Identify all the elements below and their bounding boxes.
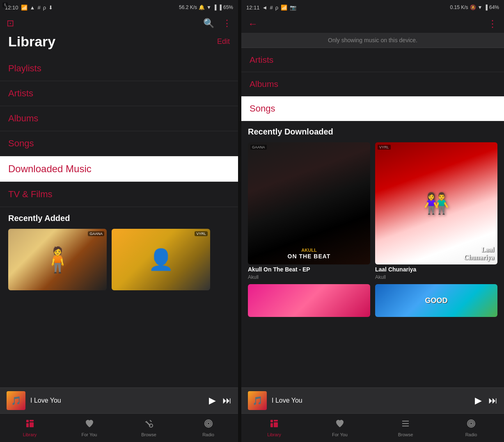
- album-card-2[interactable]: VYRL 👫 LaalChunariya Laal Chunariya Akul…: [375, 142, 497, 280]
- right-battery-label: 64%: [489, 5, 499, 10]
- album-script-title: LaalChunariya: [464, 246, 494, 261]
- nav-item-radio[interactable]: Radio: [179, 414, 238, 442]
- right-sim-icon: 📶: [281, 5, 287, 11]
- wifi-icon: ▼: [206, 5, 211, 10]
- right-skip-button[interactable]: ⏭: [488, 395, 497, 406]
- right-mini-player[interactable]: 🎵 I Love You ▶ ⏭: [241, 387, 504, 413]
- album-card-1[interactable]: GAANA AKULL ON THE BEAT Akull On The Bea…: [248, 142, 370, 280]
- svg-rect-3: [30, 422, 34, 427]
- signal-icon: ▐: [213, 5, 217, 10]
- menu-item-albums[interactable]: Albums: [0, 106, 238, 131]
- nav-item-browse[interactable]: Browse: [119, 414, 179, 442]
- album-art-title: ON THE BEAT: [288, 253, 331, 260]
- right-nav-icon: ◄: [262, 5, 268, 11]
- menu-item-playlists[interactable]: Playlists: [0, 56, 238, 81]
- right-nav-for-you[interactable]: For You: [307, 414, 373, 442]
- menu-item-artists[interactable]: Artists: [0, 81, 238, 106]
- left-bottom-nav: Library For You Browse Radio: [0, 413, 238, 442]
- recently-added-title: Recently Added: [8, 214, 230, 223]
- back-button[interactable]: ←: [248, 18, 258, 30]
- right-time-label: 12:11: [246, 5, 260, 11]
- menu-item-downloaded[interactable]: Downloaded Music: [0, 156, 238, 182]
- status-bar-left: 12:10 📶 ▲ # ρ ⬇: [5, 5, 53, 11]
- right-top-bar: ← ⋮: [241, 15, 504, 33]
- right-status-left: 12:11 ◄ # ρ 📶 📷: [246, 5, 296, 11]
- album-thumb-akull: GAANA AKULL ON THE BEAT: [248, 142, 370, 264]
- mini-player[interactable]: 🎵 I Love You ▶ ⏭: [0, 387, 238, 413]
- right-heart-icon: [335, 419, 345, 431]
- album-thumb-laal: VYRL 👫 LaalChunariya: [375, 142, 497, 264]
- svg-rect-2: [30, 420, 34, 421]
- nav-label-browse: Browse: [141, 432, 156, 437]
- notification-icon: 🔔: [199, 5, 205, 10]
- mini-player-controls: ▶ ⏭: [209, 395, 231, 406]
- svg-point-10: [470, 422, 472, 425]
- album-badge-gaana2: VYRL: [378, 145, 391, 150]
- search-icon[interactable]: 🔍: [203, 18, 214, 29]
- partial-art-blue: GOOD: [375, 284, 497, 317]
- mini-player-thumb: 🎵: [7, 391, 25, 410]
- right-panel: 12:11 ◄ # ρ 📶 📷 0.15 K/s 🔕 ▼ ▐ 64% ← ⋮ O…: [241, 0, 504, 442]
- battery-label: 65%: [223, 5, 233, 10]
- svg-rect-0: [26, 420, 29, 422]
- more-icon[interactable]: ⋮: [222, 18, 231, 29]
- nav-item-for-you[interactable]: For You: [60, 414, 119, 442]
- right-nav-library[interactable]: Library: [241, 414, 307, 442]
- right-nav-radio[interactable]: Radio: [438, 414, 504, 442]
- right-nav-browse[interactable]: Browse: [373, 414, 438, 442]
- radio-icon: [204, 419, 213, 431]
- right-menu-songs[interactable]: Songs: [241, 96, 504, 121]
- right-bottom-nav: Library For You Browse Radio: [241, 413, 504, 442]
- right-bell-icon: 🔕: [470, 5, 476, 10]
- album-name-2: Laal Chunariya: [375, 266, 497, 273]
- gps-icon: ▲: [30, 5, 35, 11]
- album-partial-1[interactable]: fi: [248, 284, 370, 317]
- right-play-button[interactable]: ▶: [475, 395, 482, 406]
- partial-art-pink: fi: [248, 284, 370, 317]
- left-menu-list: Playlists Artists Albums Songs Downloade…: [0, 56, 238, 387]
- right-menu-artists[interactable]: Artists: [241, 48, 504, 72]
- right-menu-albums[interactable]: Albums: [241, 72, 504, 96]
- cast-icon[interactable]: ⊡: [7, 18, 14, 29]
- library-icon: [25, 419, 35, 431]
- right-more-icon[interactable]: ⋮: [488, 18, 497, 30]
- right-status-right: 0.15 K/s 🔕 ▼ ▐ 64%: [450, 5, 499, 10]
- right-hashtag-icon: #: [270, 5, 273, 11]
- skip-forward-button[interactable]: ⏭: [222, 395, 231, 406]
- right-menu-list: Artists Albums Songs: [241, 48, 504, 121]
- play-button[interactable]: ▶: [209, 395, 216, 406]
- album-thumb-2[interactable]: 👤 VYRL: [112, 229, 210, 290]
- right-mini-controls: ▶ ⏭: [475, 395, 497, 406]
- right-rho-icon: ρ: [275, 5, 278, 11]
- sim-icon: 📶: [21, 5, 27, 11]
- edit-button[interactable]: Edit: [217, 37, 230, 46]
- album-thumbs: 🧍 GAANA 👤 VYRL: [8, 229, 230, 290]
- svg-rect-8: [274, 420, 278, 421]
- right-camera-icon: 📷: [290, 5, 296, 11]
- battery-icon: ▐: [218, 5, 222, 10]
- right-recently-title: Recently Downloaded: [248, 127, 497, 137]
- nav-label-library: Library: [23, 432, 37, 437]
- right-wifi-icon: ▼: [478, 5, 483, 10]
- right-status-bar: 12:11 ◄ # ρ 📶 📷 0.15 K/s 🔕 ▼ ▐ 64%: [241, 0, 504, 15]
- svg-rect-6: [270, 420, 273, 422]
- title-row: Library Edit: [0, 30, 238, 56]
- album-partial-2[interactable]: GOOD: [375, 284, 497, 317]
- svg-rect-7: [270, 423, 273, 427]
- nav-item-library[interactable]: Library: [0, 414, 60, 442]
- right-browse-icon: [401, 419, 410, 431]
- right-library-icon: [269, 419, 279, 431]
- device-notice: Only showing music on this device.: [241, 33, 504, 48]
- download-icon: ⬇: [48, 5, 53, 11]
- right-radio-icon: [466, 419, 476, 431]
- hashtag-icon: #: [37, 5, 40, 11]
- menu-item-tv-films[interactable]: TV & Films: [0, 182, 238, 207]
- album-thumb-1[interactable]: 🧍 GAANA: [8, 229, 107, 290]
- nav-label-for-you: For You: [82, 432, 97, 437]
- menu-item-songs[interactable]: Songs: [0, 131, 238, 156]
- right-recently-section: Recently Downloaded GAANA AKULL ON THE B…: [241, 121, 504, 387]
- svg-rect-9: [274, 422, 278, 427]
- rhino-icon: ρ: [43, 5, 46, 11]
- good-text: GOOD: [425, 296, 447, 305]
- browse-icon: [144, 419, 154, 431]
